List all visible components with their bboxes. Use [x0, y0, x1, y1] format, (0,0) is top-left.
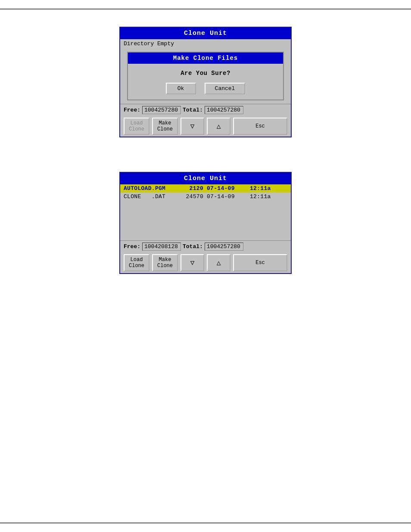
file-name-1: CLONE .DAT [124, 193, 180, 200]
make-clone-dialog: Make Clone Files Are You Sure? Ok Cancel [127, 52, 284, 100]
panel1-load-clone-button[interactable]: LoadClone [124, 118, 149, 135]
panel1-total-label: Total: [183, 107, 203, 113]
panel2-title: Clone Unit [120, 173, 291, 184]
panel1-title: Clone Unit [120, 28, 291, 39]
panel1-down-button[interactable]: ▽ [181, 118, 204, 135]
panel1-directory-label: Directory Empty [120, 39, 291, 48]
file-row-1[interactable]: CLONE .DAT 24570 07-14-09 12:11a [120, 193, 291, 201]
clone-panel-2: Clone Unit AUTOLOAD.PGM 2120 07-14-09 12… [119, 172, 292, 274]
file-name-0: AUTOLOAD.PGM [124, 185, 180, 192]
panel2-load-clone-button[interactable]: LoadClone [124, 254, 149, 271]
panel2-free-label: Free: [124, 243, 140, 250]
panel1-action-buttons: LoadClone MakeClone ▽ △ Esc [120, 116, 291, 137]
panel2-make-clone-button[interactable]: MakeClone [152, 254, 178, 271]
panel2-up-button[interactable]: △ [207, 254, 230, 271]
panel1-footer: Free: 1004257280 Total: 1004257280 LoadC… [120, 104, 291, 137]
panel2-file-list: AUTOLOAD.PGM 2120 07-14-09 12:11a CLONE … [120, 184, 291, 240]
top-rule [0, 9, 411, 9]
panel2-down-button[interactable]: ▽ [181, 254, 204, 271]
panel2-action-buttons: LoadClone MakeClone ▽ △ Esc [120, 252, 291, 273]
panel2-total-label: Total: [183, 243, 203, 250]
panel2-total-value: 1004257280 [205, 243, 243, 251]
file-date-1: 07-14-09 [207, 193, 250, 200]
panel1-up-button[interactable]: △ [207, 118, 230, 135]
dialog-title: Make Clone Files [128, 53, 283, 64]
panel1-make-clone-button[interactable]: MakeClone [152, 118, 178, 135]
dialog-ok-button[interactable]: Ok [166, 83, 196, 94]
panel1-free-total-row: Free: 1004257280 Total: 1004257280 [120, 104, 291, 116]
file-time-1: 12:11a [250, 193, 276, 200]
dialog-buttons: Ok Cancel [128, 83, 283, 94]
panel1-total-value: 1004257280 [205, 106, 243, 114]
panel1-free-value: 1004257280 [142, 106, 181, 114]
panel1-free-label: Free: [124, 107, 140, 113]
panel2-free-value: 1004208128 [142, 243, 181, 251]
panel2-footer: Free: 1004208128 Total: 1004257280 LoadC… [120, 240, 291, 273]
file-date-0: 07-14-09 [207, 185, 250, 192]
file-time-0: 12:11a [250, 185, 276, 192]
dialog-cancel-button[interactable]: Cancel [205, 83, 246, 94]
panel1-esc-button[interactable]: Esc [233, 118, 287, 135]
file-row-0[interactable]: AUTOLOAD.PGM 2120 07-14-09 12:11a [120, 184, 291, 193]
dialog-message: Are You Sure? [128, 70, 283, 77]
panel2-free-total-row: Free: 1004208128 Total: 1004257280 [120, 241, 291, 252]
panel2-esc-button[interactable]: Esc [233, 254, 287, 271]
bottom-rule [0, 523, 411, 523]
clone-panel-1: Clone Unit Directory Empty Make Clone Fi… [119, 27, 292, 137]
page-wrapper: Clone Unit Directory Empty Make Clone Fi… [0, 0, 411, 532]
file-size-0: 2120 [180, 185, 203, 192]
file-size-1: 24570 [180, 193, 203, 200]
